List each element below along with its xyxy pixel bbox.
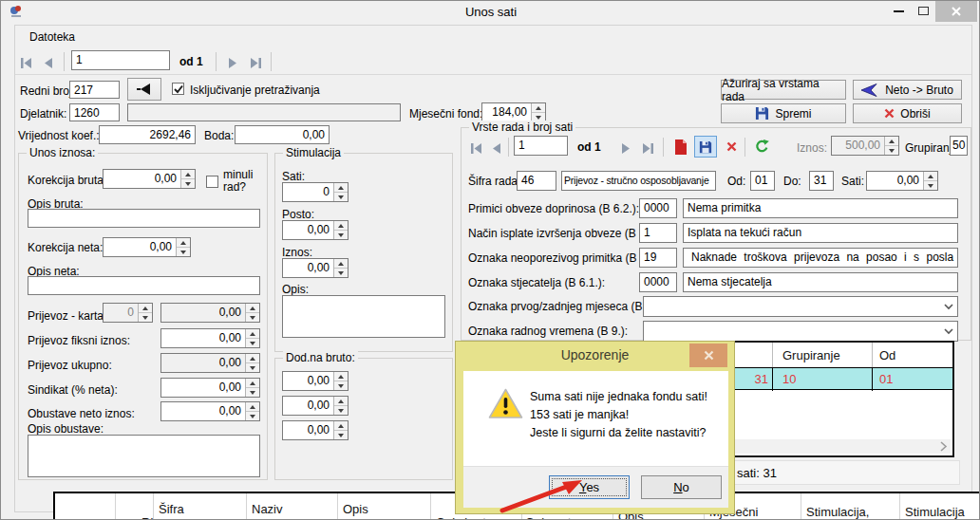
spin-up-icon[interactable] <box>246 402 259 411</box>
spinner-buttons[interactable] <box>884 137 898 155</box>
stim-opis-textarea[interactable] <box>282 295 445 338</box>
vr-nav-position-input[interactable]: 1 <box>514 136 568 156</box>
spin-down-icon[interactable] <box>334 430 348 439</box>
close-icon[interactable] <box>935 1 977 22</box>
spin-up-icon[interactable] <box>334 421 348 430</box>
mjesecni-fond-spinner[interactable]: 184,00 <box>481 102 546 122</box>
spin-down-icon[interactable] <box>246 312 259 322</box>
row-primici-code[interactable]: 0000 <box>639 198 677 218</box>
grid-header-od[interactable]: Od <box>879 348 895 362</box>
nav-position-input[interactable]: 1 <box>71 50 170 70</box>
row-stjecatelj-code[interactable]: 0000 <box>639 272 677 292</box>
combo-mjesec-select[interactable] <box>643 296 958 317</box>
grupiranje-input[interactable]: 50 <box>950 136 968 156</box>
spinner-buttons[interactable] <box>531 103 545 121</box>
nav-next-icon[interactable] <box>223 53 242 72</box>
menu-datoteka[interactable]: Datoteka <box>29 30 75 44</box>
spinner-buttons[interactable] <box>245 354 259 372</box>
spinner-buttons[interactable] <box>245 304 259 322</box>
vr-nav-first-icon[interactable] <box>466 139 485 158</box>
spin-down-icon[interactable] <box>334 405 348 415</box>
spin-up-icon[interactable] <box>246 354 259 362</box>
spinner-buttons[interactable] <box>333 372 348 390</box>
sindikat-spinner[interactable]: 0,00 <box>160 378 260 398</box>
spinner-buttons[interactable] <box>333 421 348 439</box>
spinner-buttons[interactable] <box>333 259 348 277</box>
vr-sati-spinner[interactable]: 0,00 <box>866 171 938 191</box>
azuriraj-button[interactable]: Ažuriraj sa vrstama rada <box>721 80 846 100</box>
vr-nav-prev-icon[interactable] <box>487 139 506 158</box>
boda-input[interactable]: 0,00 <box>235 125 330 144</box>
djelatnik-input[interactable]: 1260 <box>69 103 120 121</box>
obrisi-button[interactable]: Obriši <box>853 103 962 123</box>
spinner-buttons[interactable] <box>180 170 195 188</box>
minimize-icon[interactable] <box>894 10 904 12</box>
spin-up-icon[interactable] <box>246 304 259 312</box>
spin-up-icon[interactable] <box>334 397 348 405</box>
stim-sati-spinner[interactable]: 0 <box>282 182 349 202</box>
spin-down-icon[interactable] <box>885 145 898 155</box>
spin-up-icon[interactable] <box>334 259 348 268</box>
dod-bruto-spinner-3[interactable]: 0,00 <box>282 420 349 440</box>
opis-obustave-textarea[interactable] <box>28 435 260 477</box>
vr-nav-last-icon[interactable] <box>638 139 657 158</box>
col-stimulacija-2[interactable]: Stimulacija <box>905 505 965 519</box>
dod-bruto-spinner-2[interactable]: 0,00 <box>282 396 349 416</box>
nav-prev-icon[interactable] <box>39 53 58 72</box>
vrijednost-koef-input[interactable]: 2692,46 <box>99 125 196 144</box>
iskljucivanje-checkbox[interactable] <box>172 83 184 95</box>
new-record-icon[interactable] <box>669 136 692 158</box>
spin-down-icon[interactable] <box>181 178 195 188</box>
spin-up-icon[interactable] <box>177 238 190 247</box>
spinner-buttons[interactable] <box>245 329 259 347</box>
col-sifra[interactable]: Šifra <box>159 502 184 516</box>
dod-bruto-spinner-1[interactable]: 0,00 <box>282 371 349 391</box>
stim-iznos-spinner[interactable]: 0,00 <box>282 258 349 278</box>
spin-down-icon[interactable] <box>246 411 259 420</box>
no-button[interactable]: No <box>641 475 722 499</box>
spin-down-icon[interactable] <box>334 381 348 390</box>
spin-up-icon[interactable] <box>532 103 545 112</box>
spinner-buttons[interactable] <box>333 183 348 201</box>
do-input[interactable]: 31 <box>809 171 834 191</box>
spin-down-icon[interactable] <box>924 180 937 190</box>
col-naziv[interactable]: Naziv <box>252 502 283 516</box>
prijevoz-karta-iznos-spinner[interactable]: 0,00 <box>160 303 260 323</box>
od-input[interactable]: 01 <box>750 171 775 191</box>
combo-vrijeme-select[interactable] <box>643 321 958 342</box>
spin-up-icon[interactable] <box>334 183 348 192</box>
maximize-icon[interactable] <box>918 7 929 15</box>
spinner-buttons[interactable] <box>333 397 348 415</box>
spin-down-icon[interactable] <box>246 338 259 347</box>
spin-up-icon[interactable] <box>139 304 152 312</box>
grid-header-grupiranje[interactable]: Grupiranje <box>782 348 840 362</box>
vr-nav-next-icon[interactable] <box>616 139 635 158</box>
row-neoporezivi-code[interactable]: 19 <box>639 248 677 268</box>
stim-posto-spinner[interactable]: 0,00 <box>282 220 349 240</box>
refresh-icon[interactable] <box>750 136 773 158</box>
minuli-rad-checkbox[interactable] <box>206 176 218 188</box>
spin-up-icon[interactable] <box>885 137 898 145</box>
spin-down-icon[interactable] <box>334 268 348 277</box>
nav-first-icon[interactable] <box>16 53 35 72</box>
scroll-right-icon[interactable] <box>940 441 948 455</box>
spin-down-icon[interactable] <box>334 192 348 201</box>
back-button[interactable] <box>127 78 161 101</box>
spin-up-icon[interactable] <box>246 329 259 338</box>
spin-up-icon[interactable] <box>924 172 937 180</box>
spinner-buttons[interactable] <box>923 172 937 190</box>
spin-up-icon[interactable] <box>246 379 259 387</box>
spinner-buttons[interactable] <box>138 304 152 322</box>
spin-down-icon[interactable] <box>246 362 259 372</box>
spinner-buttons[interactable] <box>245 379 259 397</box>
spin-up-icon[interactable] <box>334 372 348 381</box>
neto-bruto-button[interactable]: Neto -> Bruto <box>853 80 962 100</box>
spin-up-icon[interactable] <box>181 170 195 178</box>
spremi-button[interactable]: Spremi <box>721 103 846 123</box>
opis-bruta-input[interactable] <box>28 209 260 228</box>
spinner-buttons[interactable] <box>245 402 259 420</box>
prijevoz-fiksni-spinner[interactable]: 0,00 <box>160 328 260 348</box>
korekcija-neta-spinner[interactable]: 0,00 <box>103 237 191 257</box>
save-record-icon[interactable] <box>694 136 717 158</box>
spin-down-icon[interactable] <box>334 230 348 239</box>
